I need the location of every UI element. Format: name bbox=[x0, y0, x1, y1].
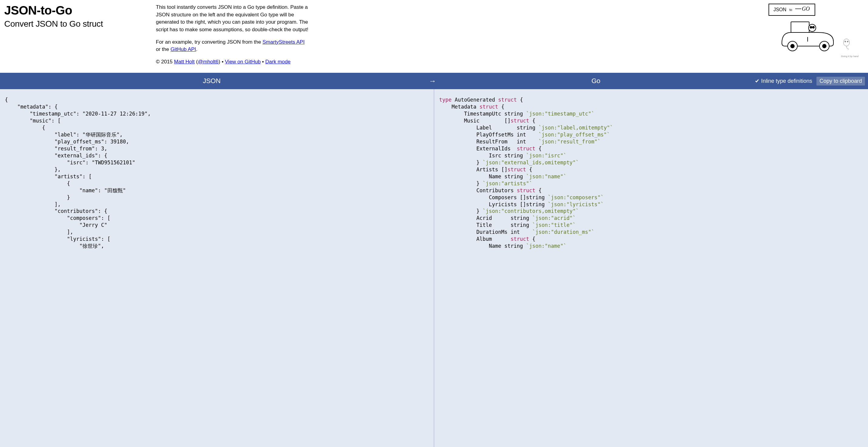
go-tag: `json:"result_from"` bbox=[539, 138, 601, 145]
conversion-toolbar: JSON → Go Inline type definitions Copy t… bbox=[0, 73, 868, 89]
page-subtitle: Convert JSON to Go struct bbox=[4, 19, 150, 29]
go-output-pane[interactable]: type AutoGenerated struct { Metadata str… bbox=[434, 89, 868, 447]
intro-paragraph-1: This tool instantly converts JSON into a… bbox=[156, 4, 311, 34]
go-text: } bbox=[439, 181, 483, 187]
go-tag: `json:"play_offset_ms"` bbox=[539, 132, 610, 138]
go-text: ResultFrom int bbox=[439, 138, 539, 145]
gopher-car-illustration bbox=[779, 16, 836, 53]
go-kw: struct bbox=[479, 104, 498, 110]
go-kw: struct bbox=[498, 97, 517, 103]
go-kw: struct bbox=[507, 166, 526, 172]
go-text: Label string bbox=[439, 125, 539, 131]
logo-json-text: JSON bbox=[773, 7, 786, 12]
go-text: Composers []string bbox=[439, 194, 548, 200]
title-block: JSON-to-Go Convert JSON to Go struct bbox=[4, 4, 150, 70]
go-text: { bbox=[526, 166, 532, 172]
go-tag: `json:"lyricists"` bbox=[548, 201, 603, 207]
go-tag: `json:"title"` bbox=[532, 222, 576, 228]
copy-to-clipboard-button[interactable]: Copy to clipboard bbox=[816, 77, 865, 86]
intro-text: For an example, try converting JSON from… bbox=[156, 39, 262, 45]
arrow-icon: → bbox=[423, 77, 442, 85]
go-text: Album bbox=[439, 236, 510, 242]
go-text: DurationMs int bbox=[439, 229, 532, 235]
go-heading: Go bbox=[442, 77, 750, 85]
json-heading: JSON bbox=[0, 77, 423, 85]
svg-point-13 bbox=[847, 41, 848, 42]
go-kw: struct bbox=[517, 146, 535, 152]
go-tag: `json:"contributors,omitempty"` bbox=[483, 208, 579, 214]
go-text: Title string bbox=[439, 222, 532, 228]
go-tag: `json:"name"` bbox=[526, 173, 566, 180]
go-text: { bbox=[517, 97, 523, 103]
github-api-link[interactable]: GitHub API bbox=[170, 46, 196, 52]
logo-go-text: GO bbox=[795, 5, 810, 14]
go-text: { bbox=[535, 187, 541, 193]
go-text: Acrid string bbox=[439, 215, 532, 221]
intro-text: or the bbox=[156, 46, 170, 52]
hand-gopher-illustration: Doing it by hand bbox=[841, 37, 862, 58]
svg-point-7 bbox=[809, 24, 816, 32]
go-text: { bbox=[529, 236, 535, 242]
go-tag: `json:"timestamp_utc"` bbox=[526, 111, 594, 117]
go-text: { bbox=[535, 146, 541, 152]
intro-block: This tool instantly converts JSON into a… bbox=[156, 4, 311, 70]
go-text: } bbox=[439, 160, 483, 166]
credits-prefix: © 2015 bbox=[156, 59, 174, 65]
svg-point-8 bbox=[810, 26, 812, 28]
credits-line: © 2015 Matt Holt (@mholt6) • View on Git… bbox=[156, 58, 311, 66]
go-text: ExternalIds bbox=[439, 146, 517, 152]
go-text: Name string bbox=[439, 243, 526, 249]
hand-caption: Doing it by hand bbox=[841, 55, 862, 58]
author-link[interactable]: Matt Holt bbox=[174, 59, 195, 65]
go-tag: `json:"artists"` bbox=[483, 181, 532, 187]
credits-text: ) • bbox=[219, 59, 225, 65]
svg-point-9 bbox=[812, 26, 814, 28]
inline-types-label: Inline type definitions bbox=[761, 78, 812, 84]
go-tag: `json:"external_ids,omitempty"` bbox=[483, 160, 579, 166]
json-input-pane[interactable]: { "metadata": { "timestamp_utc": "2020-1… bbox=[0, 89, 434, 447]
inline-types-checkbox[interactable] bbox=[754, 78, 760, 84]
svg-point-4 bbox=[790, 44, 794, 48]
page-title: JSON-to-Go bbox=[4, 4, 150, 17]
go-text: Name string bbox=[439, 173, 526, 180]
smartystreets-api-link[interactable]: SmartyStreets API bbox=[262, 39, 305, 45]
editor-panes: { "metadata": { "timestamp_utc": "2020-1… bbox=[0, 89, 868, 447]
go-text: Lyricists []string bbox=[439, 201, 548, 207]
go-text: AutoGenerated bbox=[452, 97, 498, 103]
go-text: Isrc string bbox=[439, 153, 526, 159]
go-text: PlayOffsetMs int bbox=[439, 132, 539, 138]
go-tag: `json:"name"` bbox=[526, 243, 566, 249]
go-text: Contributors bbox=[439, 187, 517, 193]
go-kw: struct bbox=[510, 236, 529, 242]
intro-text: . bbox=[196, 46, 197, 52]
go-tag: `json:"composers"` bbox=[548, 194, 603, 200]
go-text: TimestampUtc string bbox=[439, 111, 526, 117]
view-on-github-link[interactable]: View on GitHub bbox=[225, 59, 261, 65]
go-text: } bbox=[439, 208, 483, 214]
svg-text:GO: GO bbox=[802, 6, 810, 12]
logo-to-text: to bbox=[789, 8, 792, 11]
twitter-handle-link[interactable]: @mholt6 bbox=[198, 59, 218, 65]
go-tag: `json:"label,omitempty"` bbox=[539, 125, 613, 131]
svg-point-6 bbox=[823, 44, 826, 48]
page-header: JSON-to-Go Convert JSON to Go struct Thi… bbox=[0, 0, 868, 73]
go-kw: struct bbox=[510, 118, 529, 124]
svg-rect-2 bbox=[791, 22, 809, 32]
go-tag: `json:"acrid"` bbox=[532, 215, 576, 221]
go-text: Artists [] bbox=[439, 166, 507, 172]
inline-types-option[interactable]: Inline type definitions bbox=[754, 78, 812, 84]
dark-mode-link[interactable]: Dark mode bbox=[266, 59, 290, 65]
svg-point-12 bbox=[845, 41, 846, 42]
go-text: { bbox=[529, 118, 535, 124]
go-kw: type bbox=[439, 97, 452, 103]
svg-point-11 bbox=[843, 39, 849, 46]
go-tag: `json:"isrc"` bbox=[526, 153, 566, 159]
intro-paragraph-2: For an example, try converting JSON from… bbox=[156, 38, 311, 53]
go-text: Metadata bbox=[439, 104, 479, 110]
go-kw: struct bbox=[517, 187, 535, 193]
credits-text: ( bbox=[195, 59, 198, 65]
go-tag: `json:"duration_ms"` bbox=[532, 229, 594, 235]
logo-box: JSON to GO bbox=[769, 4, 815, 16]
go-text: Music [] bbox=[439, 118, 510, 124]
go-text: { bbox=[498, 104, 504, 110]
